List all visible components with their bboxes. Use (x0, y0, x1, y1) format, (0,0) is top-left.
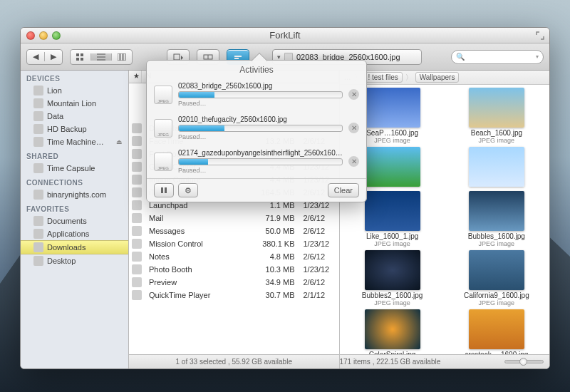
file-date: 2/6/12 (299, 214, 339, 222)
table-row[interactable]: QuickTime Player 30.7 MB 2/1/12 (129, 289, 339, 301)
settings-button[interactable]: ⚙ (178, 183, 198, 197)
file-name: Messages (145, 227, 255, 235)
file-date: 2/1/12 (299, 291, 339, 299)
svg-rect-2 (76, 58, 79, 61)
nav-back-button[interactable]: ◀ (27, 52, 44, 61)
file-name: Preview (145, 278, 255, 287)
grid-item[interactable]: California9_1600.jpgJPEG image (448, 250, 545, 306)
chevron-down-icon: ▾ (277, 53, 281, 61)
icon-grid[interactable]: SeaP…1600.jpgJPEG imageBeach_1600.jpgJPE… (340, 85, 550, 354)
hdd-icon (33, 98, 43, 108)
sidebar-section-header: CONNECTIONS (21, 175, 128, 188)
app-icon (132, 200, 142, 210)
table-row[interactable]: Preview 34.9 MB 2/6/12 (129, 276, 339, 289)
sidebar-item-mountain-lion[interactable]: Mountain Lion (21, 97, 128, 110)
svg-rect-13 (161, 187, 163, 193)
view-icon-button[interactable] (71, 53, 90, 61)
svg-rect-1 (81, 53, 83, 56)
app-icon (132, 136, 142, 146)
sidebar-item-time-machine-[interactable]: Time Machine…⏏ (21, 135, 128, 148)
sidebar-section-header: SHARED (21, 148, 128, 162)
titlebar[interactable]: ForkLift (21, 28, 549, 43)
sidebar-item-data[interactable]: Data (21, 110, 128, 123)
table-row[interactable]: Photo Booth 10.3 MB 1/23/12 (129, 263, 339, 276)
sidebar-section-header: FAVORITES (21, 201, 128, 215)
file-size: 380.1 KB (255, 239, 299, 248)
sidebar-item-binarynights-com[interactable]: binarynights.com (21, 188, 128, 201)
zoom-window-button[interactable] (52, 31, 61, 40)
gear-icon: ⚙ (185, 186, 192, 195)
thumbnail (365, 147, 420, 187)
search-icon: 🔍 (456, 53, 465, 61)
eject-icon[interactable]: ⏏ (116, 138, 123, 145)
activity-filename: 02010_thefugacity_2560x1600.jpg (178, 115, 343, 123)
svg-rect-0 (76, 53, 79, 56)
sidebar: DEVICESLionMountain LionDataHD BackupTim… (21, 71, 129, 368)
grid-item[interactable]: Beach_1600.jpgJPEG image (448, 88, 545, 144)
sidebar-item-time-capsule[interactable]: Time Capsule (21, 162, 128, 175)
chevron-right-icon: 〉 (405, 73, 413, 83)
app-icon (132, 187, 142, 197)
column-favorite[interactable]: ★ (129, 71, 142, 83)
nav-back-forward: ◀ ▶ (26, 49, 63, 65)
activity-status: Paused… (178, 133, 343, 140)
file-name: Beach_1600.jpg (448, 129, 545, 137)
pause-all-button[interactable] (154, 183, 174, 197)
progress-bar (178, 158, 343, 165)
minimize-window-button[interactable] (39, 31, 48, 40)
right-status-bar: 171 items , 222.15 GB available (340, 354, 550, 368)
app-icon (132, 290, 142, 300)
activity-item: JPEG 02083_bridge_2560x1600.jpg Paused… … (147, 78, 366, 111)
sidebar-item-lion[interactable]: Lion (21, 84, 128, 97)
file-kind: JPEG image (448, 299, 545, 306)
file-size: 50.0 MB (255, 227, 299, 235)
fullscreen-icon[interactable] (535, 31, 545, 41)
jpeg-file-icon: JPEG (154, 86, 172, 104)
table-row[interactable]: Mission Control 380.1 KB 1/23/12 (129, 237, 339, 250)
grid-item[interactable]: Bubbles_1600.jpgJPEG image (448, 191, 545, 247)
thumbnail (469, 250, 524, 290)
breadcrumb-item[interactable]: ! test files (364, 72, 403, 83)
breadcrumb-item[interactable]: Wallpapers (415, 72, 460, 83)
table-row[interactable]: Messages 50.0 MB 2/6/12 (129, 225, 339, 237)
cancel-activity-button[interactable]: ✕ (348, 156, 359, 167)
jpeg-file-icon: JPEG (154, 119, 172, 138)
close-window-button[interactable] (26, 31, 35, 40)
cancel-activity-button[interactable]: ✕ (348, 89, 359, 100)
grid-item[interactable]: ColorSpiral.jpgJPEG image (344, 309, 441, 354)
file-name: California9_1600.jpg (448, 292, 545, 299)
sidebar-item-documents[interactable]: Documents (21, 215, 128, 227)
sidebar-item-applications[interactable]: Applications (21, 227, 128, 240)
file-name: Mail (145, 214, 255, 222)
view-list-button[interactable] (90, 53, 111, 61)
hdd-icon (33, 86, 43, 96)
grid-item[interactable]: crestock-…1600.jpgJPEG image (448, 309, 545, 354)
view-switcher (70, 49, 133, 65)
folder-icon (33, 242, 43, 252)
table-row[interactable]: Notes 4.8 MB 2/6/12 (129, 250, 339, 263)
sidebar-item-label: Time Machine… (47, 138, 104, 146)
sidebar-item-desktop[interactable]: Desktop (21, 254, 128, 267)
table-row[interactable]: Mail 71.9 MB 2/6/12 (129, 212, 339, 225)
sidebar-item-downloads[interactable]: Downloads (21, 240, 128, 254)
action-menu-button[interactable] (167, 53, 189, 61)
nav-forward-button[interactable]: ▶ (44, 52, 62, 61)
svg-rect-3 (81, 58, 83, 61)
sidebar-item-label: Data (47, 112, 63, 120)
cancel-activity-button[interactable]: ✕ (348, 123, 359, 133)
file-size: 10.3 MB (255, 265, 299, 274)
file-kind: JPEG image (448, 240, 545, 247)
file-size: 71.9 MB (255, 214, 299, 222)
jpeg-file-icon: JPEG (154, 153, 172, 171)
search-input[interactable]: 🔍 ▾ (451, 50, 544, 64)
status-text: 171 items , 222.15 GB available (340, 358, 441, 366)
grid-item[interactable] (448, 147, 545, 188)
sidebar-item-hd-backup[interactable]: HD Backup (21, 123, 128, 135)
thumbnail-size-slider[interactable] (504, 360, 549, 363)
activity-filename: 02174_gazeduponbyangelsintheirflight_256… (178, 149, 343, 157)
grid-item[interactable]: Bubbles2_1600.jpgJPEG image (344, 250, 441, 306)
file-date: 2/6/12 (299, 227, 339, 235)
view-column-button[interactable] (111, 53, 132, 61)
clear-button[interactable]: Clear (328, 183, 359, 197)
sidebar-item-label: HD Backup (47, 125, 87, 133)
